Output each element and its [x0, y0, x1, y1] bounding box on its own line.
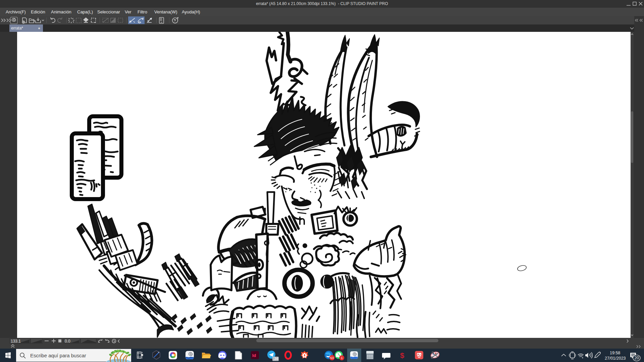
- svg-text:20: 20: [635, 356, 639, 360]
- svg-text:.34: .34: [273, 357, 278, 361]
- svg-text:19:58: 19:58: [610, 351, 620, 355]
- svg-text:Id: Id: [252, 353, 256, 358]
- svg-text:27/01/2023: 27/01/2023: [605, 356, 626, 361]
- svg-text:0.0: 0.0: [65, 339, 70, 344]
- svg-text:53: 53: [330, 356, 334, 360]
- svg-text:$: $: [400, 351, 404, 360]
- svg-text:133.1: 133.1: [11, 339, 21, 344]
- svg-text:1: 1: [341, 356, 343, 360]
